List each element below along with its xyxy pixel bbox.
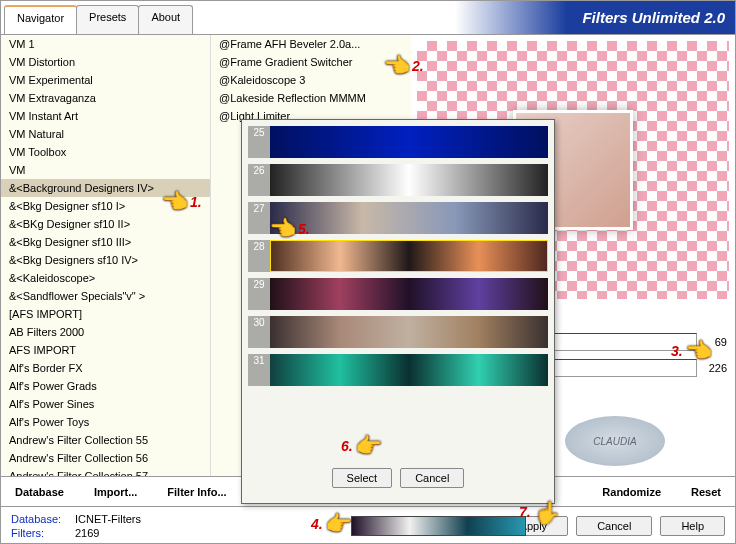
footer: Database:ICNET-Filters Filters:2169 Appl… bbox=[1, 506, 735, 544]
category-item[interactable]: &<Background Designers IV> bbox=[1, 179, 210, 197]
gradient-row[interactable]: 26 bbox=[248, 164, 548, 196]
filter-item[interactable]: @Frame Gradient Switcher bbox=[211, 53, 411, 71]
category-item[interactable]: [AFS IMPORT] bbox=[1, 305, 210, 323]
gradient-list[interactable]: 25262728293031 bbox=[242, 120, 554, 460]
category-list[interactable]: VM 1VM DistortionVM ExperimentalVM Extra… bbox=[1, 35, 211, 476]
category-item[interactable]: &<Sandflower Specials"v" > bbox=[1, 287, 210, 305]
category-item[interactable]: Alf's Border FX bbox=[1, 359, 210, 377]
gradient-number: 29 bbox=[248, 278, 270, 310]
gradient-swatch bbox=[270, 316, 548, 348]
watermark-logo: CLAUDIA bbox=[565, 416, 665, 466]
gradient-swatch bbox=[270, 202, 548, 234]
cancel-button[interactable]: Cancel bbox=[400, 468, 464, 488]
gradient-number: 28 bbox=[248, 240, 270, 272]
gradient-row[interactable]: 30 bbox=[248, 316, 548, 348]
category-item[interactable]: VM Instant Art bbox=[1, 107, 210, 125]
gradient-row[interactable]: 27 bbox=[248, 202, 548, 234]
gradient-number: 26 bbox=[248, 164, 270, 196]
import-button[interactable]: Import... bbox=[94, 486, 137, 498]
category-item[interactable]: Alf's Power Sines bbox=[1, 395, 210, 413]
gradient-popup: 25262728293031 Select Cancel bbox=[241, 119, 555, 504]
app-title-banner: Filters Unlimited 2.0 bbox=[455, 1, 735, 34]
category-item[interactable]: Andrew's Filter Collection 56 bbox=[1, 449, 210, 467]
slider-1-value: 69 bbox=[697, 336, 727, 348]
category-item[interactable]: VM Distortion bbox=[1, 53, 210, 71]
tab-presets[interactable]: Presets bbox=[76, 5, 139, 34]
gradient-row[interactable]: 31 bbox=[248, 354, 548, 386]
category-item[interactable]: AB Filters 2000 bbox=[1, 323, 210, 341]
category-item[interactable]: &<Kaleidoscope> bbox=[1, 269, 210, 287]
category-item[interactable]: &<Bkg Designer sf10 III> bbox=[1, 233, 210, 251]
gradient-number: 30 bbox=[248, 316, 270, 348]
category-item[interactable]: Andrew's Filter Collection 57 bbox=[1, 467, 210, 476]
category-item[interactable]: VM Extravaganza bbox=[1, 89, 210, 107]
category-item[interactable]: VM Toolbox bbox=[1, 143, 210, 161]
help-button[interactable]: Help bbox=[660, 516, 725, 536]
gradient-row[interactable]: 29 bbox=[248, 278, 548, 310]
footer-info: Database:ICNET-Filters Filters:2169 bbox=[11, 513, 141, 539]
gradient-row[interactable]: 25 bbox=[248, 126, 548, 158]
filter-info-button[interactable]: Filter Info... bbox=[167, 486, 226, 498]
category-item[interactable]: VM 1 bbox=[1, 35, 210, 53]
gradient-row[interactable]: 28 bbox=[248, 240, 548, 272]
category-item[interactable]: Alf's Power Toys bbox=[1, 413, 210, 431]
category-item[interactable]: &<BKg Designer sf10 II> bbox=[1, 215, 210, 233]
category-item[interactable]: VM Natural bbox=[1, 125, 210, 143]
database-button[interactable]: Database bbox=[15, 486, 64, 498]
gradient-number: 31 bbox=[248, 354, 270, 386]
footer-cancel-button[interactable]: Cancel bbox=[576, 516, 652, 536]
filters-label: Filters: bbox=[11, 527, 69, 539]
reset-button[interactable]: Reset bbox=[691, 486, 721, 498]
category-item[interactable]: &<Bkg Designer sf10 I> bbox=[1, 197, 210, 215]
gradient-swatch bbox=[270, 278, 548, 310]
gradient-swatch bbox=[270, 126, 548, 158]
category-item[interactable]: VM bbox=[1, 161, 210, 179]
randomize-button[interactable]: Randomize bbox=[602, 486, 661, 498]
gradient-swatch bbox=[270, 164, 548, 196]
category-item[interactable]: &<Bkg Designers sf10 IV> bbox=[1, 251, 210, 269]
filter-item[interactable]: @Kaleidoscope 3 bbox=[211, 71, 411, 89]
db-label: Database: bbox=[11, 513, 69, 525]
app-title: Filters Unlimited 2.0 bbox=[582, 9, 725, 26]
category-item[interactable]: Alf's Power Grads bbox=[1, 377, 210, 395]
category-item[interactable]: Andrew's Filter Collection 55 bbox=[1, 431, 210, 449]
category-item[interactable]: VM Experimental bbox=[1, 71, 210, 89]
filter-item[interactable]: @Frame AFH Beveler 2.0a... bbox=[211, 35, 411, 53]
gradient-swatch bbox=[270, 240, 548, 272]
filter-item[interactable]: @Lakeside Reflection MMMM bbox=[211, 89, 411, 107]
db-value: ICNET-Filters bbox=[75, 513, 141, 525]
slider-2-value: 226 bbox=[697, 362, 727, 374]
gradient-number: 25 bbox=[248, 126, 270, 158]
gradient-number: 27 bbox=[248, 202, 270, 234]
tab-about[interactable]: About bbox=[138, 5, 193, 34]
select-button[interactable]: Select bbox=[332, 468, 393, 488]
filters-value: 2169 bbox=[75, 527, 99, 539]
tab-navigator[interactable]: Navigator bbox=[4, 5, 77, 34]
category-item[interactable]: AFS IMPORT bbox=[1, 341, 210, 359]
gradient-swatch bbox=[270, 354, 548, 386]
gradient-preview-bar[interactable] bbox=[351, 516, 526, 536]
